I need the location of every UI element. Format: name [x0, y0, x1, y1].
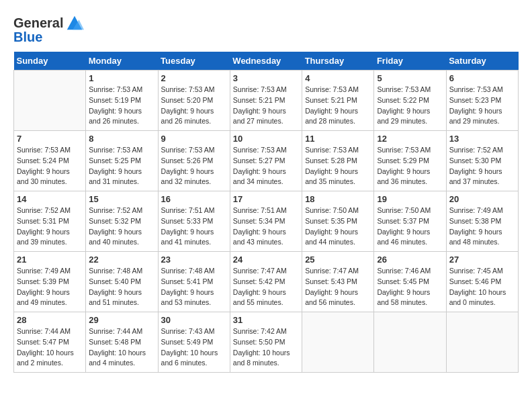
calendar-cell-w1-d2: 1 Sunrise: 7:53 AMSunset: 5:19 PMDayligh…	[86, 71, 158, 131]
day-number: 18	[305, 194, 371, 204]
day-number: 11	[305, 134, 371, 144]
day-number: 4	[305, 73, 371, 83]
day-info: Sunrise: 7:53 AMSunset: 5:25 PMDaylight:…	[89, 146, 142, 185]
weekday-header-sunday: Sunday	[14, 52, 86, 71]
weekday-header-row: SundayMondayTuesdayWednesdayThursdayFrid…	[14, 52, 519, 71]
calendar-cell-w4-d6: 26 Sunrise: 7:46 AMSunset: 5:45 PMDaylig…	[374, 252, 446, 312]
day-number: 7	[17, 134, 83, 144]
day-info: Sunrise: 7:44 AMSunset: 5:47 PMDaylight:…	[17, 327, 74, 367]
day-number: 5	[377, 73, 443, 83]
day-info: Sunrise: 7:53 AMSunset: 5:23 PMDaylight:…	[449, 85, 503, 125]
day-info: Sunrise: 7:47 AMSunset: 5:43 PMDaylight:…	[305, 267, 359, 306]
calendar-cell-w2-d7: 13 Sunrise: 7:52 AMSunset: 5:30 PMDaylig…	[446, 131, 518, 191]
weekday-header-thursday: Thursday	[302, 52, 374, 71]
day-number: 29	[89, 315, 154, 325]
calendar-cell-w1-d4: 3 Sunrise: 7:53 AMSunset: 5:21 PMDayligh…	[230, 71, 302, 131]
week-row-2: 7 Sunrise: 7:53 AMSunset: 5:24 PMDayligh…	[14, 131, 519, 191]
calendar-cell-w1-d6: 5 Sunrise: 7:53 AMSunset: 5:22 PMDayligh…	[374, 71, 446, 131]
day-number: 25	[305, 255, 371, 265]
day-info: Sunrise: 7:50 AMSunset: 5:35 PMDaylight:…	[305, 206, 359, 246]
day-info: Sunrise: 7:53 AMSunset: 5:21 PMDaylight:…	[233, 85, 287, 125]
day-info: Sunrise: 7:50 AMSunset: 5:37 PMDaylight:…	[377, 206, 431, 246]
calendar-cell-w5-d2: 29 Sunrise: 7:44 AMSunset: 5:48 PMDaylig…	[86, 312, 158, 373]
weekday-header-wednesday: Wednesday	[230, 52, 302, 71]
day-info: Sunrise: 7:51 AMSunset: 5:33 PMDaylight:…	[161, 206, 215, 246]
day-number: 21	[17, 255, 83, 265]
day-info: Sunrise: 7:49 AMSunset: 5:39 PMDaylight:…	[17, 267, 71, 306]
day-number: 27	[449, 255, 515, 265]
day-info: Sunrise: 7:53 AMSunset: 5:26 PMDaylight:…	[161, 146, 215, 185]
week-row-1: 1 Sunrise: 7:53 AMSunset: 5:19 PMDayligh…	[14, 71, 519, 131]
calendar-cell-w5-d7	[446, 312, 518, 373]
day-info: Sunrise: 7:52 AMSunset: 5:31 PMDaylight:…	[17, 206, 71, 246]
day-info: Sunrise: 7:53 AMSunset: 5:29 PMDaylight:…	[377, 146, 431, 185]
day-number: 23	[161, 255, 227, 265]
day-info: Sunrise: 7:53 AMSunset: 5:19 PMDaylight:…	[89, 85, 142, 125]
calendar-cell-w2-d1: 7 Sunrise: 7:53 AMSunset: 5:24 PMDayligh…	[14, 131, 86, 191]
day-number: 31	[233, 315, 299, 325]
day-info: Sunrise: 7:43 AMSunset: 5:49 PMDaylight:…	[161, 327, 218, 367]
logo-icon	[65, 13, 84, 32]
day-number: 2	[161, 73, 227, 83]
day-number: 24	[233, 255, 299, 265]
day-info: Sunrise: 7:48 AMSunset: 5:41 PMDaylight:…	[161, 267, 215, 306]
calendar-cell-w2-d6: 12 Sunrise: 7:53 AMSunset: 5:29 PMDaylig…	[374, 131, 446, 191]
calendar-cell-w5-d3: 30 Sunrise: 7:43 AMSunset: 5:49 PMDaylig…	[158, 312, 230, 373]
day-info: Sunrise: 7:49 AMSunset: 5:38 PMDaylight:…	[449, 206, 503, 246]
logo-general-text: General	[13, 15, 63, 31]
calendar-cell-w5-d5	[302, 312, 374, 373]
calendar-cell-w1-d1	[14, 71, 86, 131]
weekday-header-tuesday: Tuesday	[158, 52, 230, 71]
day-number: 26	[377, 255, 443, 265]
day-number: 9	[161, 134, 227, 144]
day-info: Sunrise: 7:46 AMSunset: 5:45 PMDaylight:…	[377, 267, 431, 306]
calendar-cell-w3-d6: 19 Sunrise: 7:50 AMSunset: 5:37 PMDaylig…	[374, 191, 446, 252]
day-info: Sunrise: 7:53 AMSunset: 5:22 PMDaylight:…	[377, 85, 431, 125]
calendar-cell-w3-d2: 15 Sunrise: 7:52 AMSunset: 5:32 PMDaylig…	[86, 191, 158, 252]
day-number: 1	[89, 73, 154, 83]
calendar-cell-w4-d1: 21 Sunrise: 7:49 AMSunset: 5:39 PMDaylig…	[14, 252, 86, 312]
day-info: Sunrise: 7:48 AMSunset: 5:40 PMDaylight:…	[89, 267, 142, 306]
calendar-cell-w1-d5: 4 Sunrise: 7:53 AMSunset: 5:21 PMDayligh…	[302, 71, 374, 131]
week-row-3: 14 Sunrise: 7:52 AMSunset: 5:31 PMDaylig…	[14, 191, 519, 252]
calendar-cell-w2-d4: 10 Sunrise: 7:53 AMSunset: 5:27 PMDaylig…	[230, 131, 302, 191]
day-number: 14	[17, 194, 83, 204]
day-number: 15	[89, 194, 154, 204]
weekday-header-monday: Monday	[86, 52, 158, 71]
calendar-cell-w4-d5: 25 Sunrise: 7:47 AMSunset: 5:43 PMDaylig…	[302, 252, 374, 312]
calendar-cell-w2-d5: 11 Sunrise: 7:53 AMSunset: 5:28 PMDaylig…	[302, 131, 374, 191]
calendar-cell-w2-d3: 9 Sunrise: 7:53 AMSunset: 5:26 PMDayligh…	[158, 131, 230, 191]
day-number: 12	[377, 134, 443, 144]
week-row-4: 21 Sunrise: 7:49 AMSunset: 5:39 PMDaylig…	[14, 252, 519, 312]
calendar-cell-w4-d2: 22 Sunrise: 7:48 AMSunset: 5:40 PMDaylig…	[86, 252, 158, 312]
day-info: Sunrise: 7:51 AMSunset: 5:34 PMDaylight:…	[233, 206, 287, 246]
day-info: Sunrise: 7:52 AMSunset: 5:32 PMDaylight:…	[89, 206, 142, 246]
day-number: 28	[17, 315, 83, 325]
day-number: 17	[233, 194, 299, 204]
day-number: 6	[449, 73, 515, 83]
day-number: 8	[89, 134, 154, 144]
calendar-cell-w5-d6	[374, 312, 446, 373]
day-info: Sunrise: 7:44 AMSunset: 5:48 PMDaylight:…	[89, 327, 146, 367]
week-row-5: 28 Sunrise: 7:44 AMSunset: 5:47 PMDaylig…	[14, 312, 519, 373]
calendar-cell-w5-d4: 31 Sunrise: 7:42 AMSunset: 5:50 PMDaylig…	[230, 312, 302, 373]
logo-blue-text: Blue	[13, 30, 42, 45]
calendar-cell-w3-d4: 17 Sunrise: 7:51 AMSunset: 5:34 PMDaylig…	[230, 191, 302, 252]
calendar-table: SundayMondayTuesdayWednesdayThursdayFrid…	[13, 52, 519, 373]
calendar-cell-w1-d7: 6 Sunrise: 7:53 AMSunset: 5:23 PMDayligh…	[446, 71, 518, 131]
day-number: 19	[377, 194, 443, 204]
day-number: 22	[89, 255, 154, 265]
day-info: Sunrise: 7:52 AMSunset: 5:30 PMDaylight:…	[449, 146, 503, 185]
day-info: Sunrise: 7:53 AMSunset: 5:27 PMDaylight:…	[233, 146, 287, 185]
day-info: Sunrise: 7:53 AMSunset: 5:24 PMDaylight:…	[17, 146, 71, 185]
day-info: Sunrise: 7:47 AMSunset: 5:42 PMDaylight:…	[233, 267, 287, 306]
day-info: Sunrise: 7:53 AMSunset: 5:20 PMDaylight:…	[161, 85, 215, 125]
day-number: 10	[233, 134, 299, 144]
header: General Blue	[13, 13, 519, 45]
logo: General Blue	[13, 13, 84, 45]
weekday-header-saturday: Saturday	[446, 52, 518, 71]
day-info: Sunrise: 7:53 AMSunset: 5:21 PMDaylight:…	[305, 85, 359, 125]
calendar-cell-w3-d1: 14 Sunrise: 7:52 AMSunset: 5:31 PMDaylig…	[14, 191, 86, 252]
calendar-cell-w3-d3: 16 Sunrise: 7:51 AMSunset: 5:33 PMDaylig…	[158, 191, 230, 252]
calendar-cell-w2-d2: 8 Sunrise: 7:53 AMSunset: 5:25 PMDayligh…	[86, 131, 158, 191]
